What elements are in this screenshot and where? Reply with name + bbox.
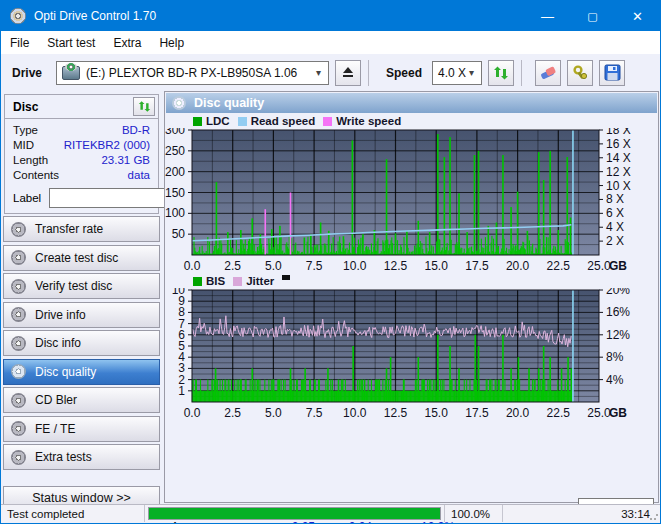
menu-file[interactable]: File (1, 33, 38, 53)
progress-fill (149, 508, 440, 519)
nav-item-label: Disc quality (35, 365, 96, 379)
disc-icon (11, 393, 26, 408)
menu-extra[interactable]: Extra (104, 33, 150, 53)
svg-text:12%: 12% (606, 328, 630, 342)
drive-select[interactable]: (E:) PLEXTOR BD-R PX-LB950SA 1.06 ▾ (56, 61, 329, 85)
statusbar: Test completed 100.0% 33:14 (1, 504, 660, 522)
close-button[interactable]: ✕ (615, 1, 660, 31)
svg-text:16%: 16% (606, 305, 630, 319)
menu-help[interactable]: Help (150, 33, 193, 53)
disc-icon (11, 307, 26, 322)
ldc-legend-swatch (193, 117, 202, 126)
legend-label: Write speed (336, 115, 401, 127)
svg-text:6 X: 6 X (606, 206, 624, 220)
bis-jitter-chart: 123456789104%8%12%16%20%0.02.55.07.510.0… (165, 288, 659, 428)
refresh-button[interactable] (488, 60, 514, 86)
resize-grip[interactable] (649, 511, 659, 521)
legend-label: Read speed (251, 115, 316, 127)
app-disc-icon (10, 8, 26, 24)
property-value: data (128, 169, 150, 181)
nav-item-disc-quality[interactable]: Disc quality (3, 359, 160, 385)
speed-label: Speed (386, 66, 422, 80)
svg-text:8%: 8% (606, 350, 624, 364)
svg-text:5.0: 5.0 (265, 259, 282, 273)
disc-icon (11, 421, 26, 436)
svg-text:10.0: 10.0 (343, 406, 367, 420)
eject-button[interactable] (335, 60, 361, 86)
svg-text:25.0: 25.0 (587, 259, 611, 273)
progress-bar (148, 507, 441, 520)
svg-text:10 X: 10 X (606, 179, 631, 193)
nav-item-create-test-disc[interactable]: Create test disc (3, 245, 160, 271)
toolbar-separator (368, 60, 369, 86)
property-label: Type (13, 124, 122, 136)
nav-item-label: CD Bler (35, 393, 77, 407)
svg-text:250: 250 (165, 144, 185, 158)
svg-text:150: 150 (165, 186, 185, 200)
progress-cell (145, 505, 445, 522)
progress-percent: 100.0% (445, 505, 503, 522)
svg-text:300: 300 (165, 128, 185, 137)
write-speed-legend-swatch (323, 117, 332, 126)
speed-select-value: 4.0 X (438, 66, 466, 80)
refresh-icon (138, 100, 151, 113)
svg-text:12 X: 12 X (606, 165, 631, 179)
nav-item-extra-tests[interactable]: Extra tests (3, 444, 160, 470)
disc-refresh-button[interactable] (133, 97, 155, 116)
svg-text:7.5: 7.5 (306, 259, 323, 273)
ldc-speed-chart: 501001502002503002 X4 X6 X8 X10 X12 X14 … (165, 128, 659, 278)
svg-text:10: 10 (172, 288, 186, 297)
svg-text:15.0: 15.0 (425, 406, 449, 420)
read-speed-legend-swatch (238, 117, 247, 126)
svg-text:4%: 4% (606, 373, 624, 387)
drive-select-value: (E:) PLEXTOR BD-R PX-LB950SA 1.06 (86, 66, 297, 80)
disc-property-row: MIDRITEKBR2 (000) (5, 137, 158, 152)
svg-text:25.0: 25.0 (587, 406, 611, 420)
svg-text:12.5: 12.5 (384, 406, 408, 420)
nav-button-stack: Transfer rateCreate test discVerify test… (1, 216, 162, 473)
property-value: RITEKBR2 (000) (64, 139, 150, 151)
nav-item-disc-info[interactable]: Disc info (3, 330, 160, 356)
svg-text:100: 100 (165, 206, 185, 220)
svg-text:GB: GB (609, 259, 627, 273)
nav-item-label: Disc info (35, 336, 81, 350)
nav-item-label: Verify test disc (35, 279, 112, 293)
nav-item-cd-bler[interactable]: CD Bler (3, 387, 160, 413)
bis-chart-legend: BISJitter (185, 275, 290, 287)
nav-item-fe-te[interactable]: FE / TE (3, 416, 160, 442)
maximize-button[interactable]: ▢ (570, 1, 615, 31)
statusbar-spacer (503, 505, 540, 522)
svg-text:22.5: 22.5 (547, 406, 571, 420)
refresh-icon (493, 65, 509, 81)
disc-property-row: Length23.31 GB (5, 152, 158, 167)
svg-text:17.5: 17.5 (465, 406, 489, 420)
erase-button[interactable] (535, 60, 561, 86)
titlebar: Opti Drive Control 1.70 — ▢ ✕ (1, 1, 660, 31)
property-label: Length (13, 154, 101, 166)
nav-item-drive-info[interactable]: Drive info (3, 302, 160, 328)
nav-item-verify-test-disc[interactable]: Verify test disc (3, 273, 160, 299)
left-panel: Disc TypeBD-RMIDRITEKBR2 (000)Length23.3… (1, 91, 162, 506)
property-label: MID (13, 139, 64, 151)
svg-text:17.5: 17.5 (465, 259, 489, 273)
nav-item-label: FE / TE (35, 422, 75, 436)
svg-text:4 X: 4 X (606, 220, 624, 234)
disc-icon (11, 450, 26, 465)
label-field-label: Label (13, 192, 41, 204)
property-label: Contents (13, 169, 128, 181)
minimize-button[interactable]: — (525, 1, 570, 31)
chevron-down-icon: ▾ (469, 67, 474, 78)
svg-text:20.0: 20.0 (506, 259, 530, 273)
tools-button[interactable] (567, 60, 593, 86)
svg-text:15.0: 15.0 (425, 259, 449, 273)
bis-legend-swatch (193, 277, 202, 286)
nav-item-transfer-rate[interactable]: Transfer rate (3, 216, 160, 242)
disc-property-row: TypeBD-R (5, 122, 158, 137)
save-button[interactable] (599, 60, 625, 86)
elapsed-time: 33:14 (540, 505, 660, 522)
speed-select[interactable]: 4.0 X ▾ (432, 61, 482, 85)
nav-item-label: Transfer rate (35, 222, 103, 236)
menu-start-test[interactable]: Start test (38, 33, 104, 53)
legend-label: Jitter (246, 275, 274, 287)
legend-label: BIS (206, 275, 225, 287)
